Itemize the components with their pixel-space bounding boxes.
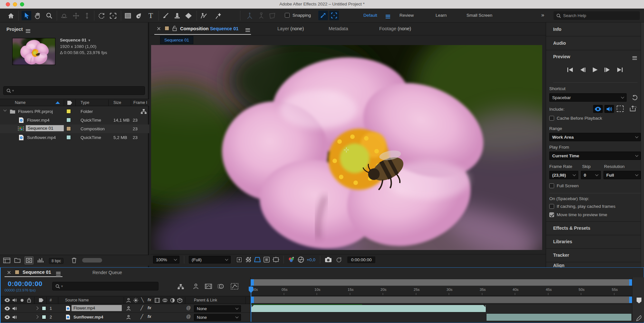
region-of-interest-icon[interactable] [273,257,279,263]
reset-icon[interactable] [632,95,638,101]
shy-layers-icon[interactable] [193,283,199,290]
tab-footage[interactable]: Footage (none) [379,26,411,31]
project-item-name[interactable]: Sequence 01 ▼ [60,37,107,43]
composition-canvas[interactable] [151,45,542,250]
fx-toggle-icon[interactable]: fx [148,305,151,310]
snapshot-camera-icon[interactable] [325,257,332,263]
shy-toggle-icon[interactable] [126,315,131,320]
frame-blend-switch-icon[interactable]: ╲ [141,297,144,302]
layer-label-chip[interactable] [42,315,46,319]
exposure-value[interactable]: +0,0 [307,257,315,262]
render-order-icon[interactable] [636,315,641,321]
include-video-icon[interactable] [593,105,603,113]
next-frame-icon[interactable] [604,67,611,73]
timeline-search-input[interactable]: ▼ [52,282,159,291]
new-folder-icon[interactable] [14,258,21,263]
snap-bounding-box-icon[interactable] [329,11,339,20]
hand-tool-icon[interactable] [33,11,43,20]
move-time-option[interactable]: Move time to preview time [549,212,607,217]
rotate-tool-icon[interactable] [97,11,106,20]
play-cached-frames-option[interactable]: If caching, play cached frames [549,204,615,209]
orbit-camera-icon[interactable] [59,11,69,20]
new-composition-icon[interactable] [24,256,34,264]
item-name[interactable]: Flowers PR.prproj [18,109,53,114]
pickwhip-icon[interactable]: @ [186,314,191,319]
project-row-flower[interactable]: Flower.mp4 QuickTime 14,1 MB 23 [0,116,149,125]
resolution-preview-dropdown[interactable]: Full [603,171,641,179]
project-row-folder[interactable]: Flowers PR.prproj Folder [0,107,149,116]
audio-levels-icon[interactable] [37,258,44,263]
item-name-selected[interactable]: Sequence 01 [26,125,64,131]
show-snapshot-icon[interactable] [336,256,342,263]
speaker-icon[interactable] [12,306,17,311]
project-search-input[interactable]: ▼ [3,86,145,95]
interpret-footage-icon[interactable] [3,258,10,263]
column-frame[interactable]: Frame I [133,100,147,105]
sidebar-scrollbar[interactable] [641,23,644,267]
home-icon[interactable] [6,11,16,20]
eye-icon[interactable] [5,307,10,310]
preview-title[interactable]: Preview [553,54,570,59]
resolution-dropdown[interactable]: (Full) [189,256,231,263]
rotobrush-tool-icon[interactable] [199,11,208,20]
quality-toggle-icon[interactable]: ╱ [140,314,143,319]
motion-blur-icon[interactable] [217,283,224,290]
speaker-icon[interactable] [12,315,17,319]
timeline-panel-menu-icon[interactable] [56,271,61,276]
share-icon[interactable] [630,105,637,112]
frame-blending-icon[interactable] [205,283,212,290]
fx-switch-icon[interactable]: fx [148,297,151,302]
graph-editor-icon[interactable] [231,283,238,290]
tab-metadata[interactable]: Metadata [329,26,348,31]
work-area-bar[interactable] [251,297,632,303]
flowchart-icon[interactable] [141,109,147,114]
include-audio-icon[interactable] [604,105,614,113]
mask-visibility-icon[interactable] [254,257,261,263]
magnification-dropdown[interactable]: 100% [153,256,179,263]
move-time-checkbox[interactable] [549,212,554,217]
fx-toggle-icon[interactable]: fx [148,314,151,319]
workspace-review[interactable]: Review [399,13,414,18]
panel-align[interactable]: Align [546,262,644,267]
view-axis-mode-icon[interactable] [267,11,277,20]
project-panel-menu-icon[interactable] [26,28,30,33]
trash-icon[interactable] [72,257,77,263]
playhead[interactable] [251,279,251,322]
workspace-menu-icon[interactable] [386,14,390,19]
clip-sunflower[interactable] [486,313,632,321]
previous-frame-icon[interactable] [579,67,586,73]
full-screen-checkbox[interactable] [549,183,554,188]
eraser-tool-icon[interactable] [184,11,193,20]
source-name-column[interactable]: Source Name [65,298,89,302]
item-name[interactable]: Flower.mp4 [27,118,50,123]
layer-label-chip[interactable] [42,306,46,310]
label-chip-yellow[interactable] [66,109,71,114]
time-navigator[interactable] [251,279,632,286]
cache-before-playback-checkbox[interactable] [549,116,554,121]
adjustment-switch-icon[interactable] [170,298,175,303]
stamp-tool-icon[interactable] [172,11,182,20]
shy-switch-icon[interactable] [126,298,131,303]
eye-icon[interactable] [5,298,10,302]
type-tool-icon[interactable]: T [146,11,156,20]
project-horizontal-scrollbar[interactable] [82,258,102,263]
viewer-panel-menu-icon[interactable] [245,27,250,32]
tab-composition[interactable]: Composition Sequence 01 [180,26,238,31]
dolly-camera-icon[interactable] [82,11,92,20]
twirl-closed-icon[interactable] [35,315,38,318]
lock-column-icon[interactable] [27,298,31,303]
play-icon[interactable] [592,67,598,73]
guides-icon[interactable] [264,257,270,263]
preview-menu-icon[interactable] [632,55,637,60]
mini-flowchart-icon[interactable] [177,284,184,290]
motion-blur-switch-icon[interactable] [155,298,160,303]
layer-name[interactable]: Sunflower.mp4 [73,315,103,319]
workspace-learn[interactable]: Learn [436,13,447,18]
play-from-dropdown[interactable]: Current Time [549,152,641,160]
playhead-handle[interactable] [248,286,254,293]
panel-libraries[interactable]: Libraries [546,235,644,249]
label-chip-teal[interactable] [66,135,71,140]
project-bit-depth[interactable]: 8 bpc [49,258,63,264]
rectangle-tool-icon[interactable] [123,11,133,20]
shortcut-dropdown[interactable]: Spacebar [549,93,627,102]
